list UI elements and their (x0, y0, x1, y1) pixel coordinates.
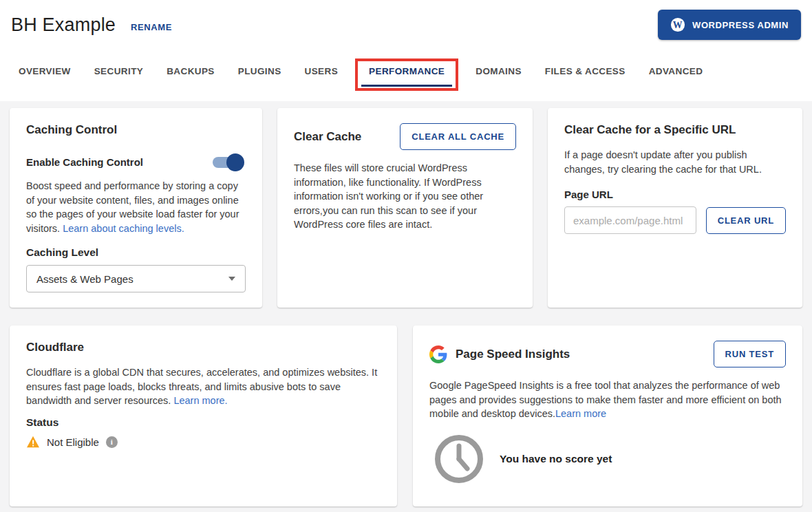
wordpress-admin-button[interactable]: W WORDPRESS ADMIN (658, 10, 801, 40)
toggle-knob (226, 153, 244, 171)
tab-performance[interactable]: PERFORMANCE (361, 66, 452, 87)
svg-text:W: W (673, 20, 683, 30)
caching-control-title: Caching Control (26, 123, 246, 137)
caching-control-card: Caching Control Enable Caching Control B… (10, 108, 262, 308)
rename-button[interactable]: RENAME (131, 22, 172, 32)
page-speed-card: Page Speed Insights RUN TEST Google Page… (413, 326, 802, 506)
wordpress-admin-label: WORDPRESS ADMIN (692, 20, 789, 30)
main-content: Caching Control Enable Caching Control B… (0, 101, 812, 512)
no-score-text: You have no score yet (500, 453, 612, 465)
cloudflare-learn-more-link[interactable]: Learn more. (173, 395, 227, 406)
clock-icon (434, 434, 484, 484)
header: BH Example RENAME W WORDPRESS ADMIN OVER… (0, 0, 812, 101)
tab-bar: OVERVIEW SECURITY BACKUPS PLUGINS USERS … (10, 66, 801, 86)
wordpress-icon: W (670, 17, 685, 32)
caching-toggle[interactable] (213, 157, 242, 168)
chevron-down-icon (228, 277, 235, 281)
caching-level-label: Caching Level (26, 246, 246, 259)
page-url-label: Page URL (564, 189, 786, 200)
clear-cache-card: Clear Cache CLEAR ALL CACHE These files … (277, 108, 533, 308)
caching-levels-link[interactable]: Learn about caching levels. (63, 223, 184, 234)
cloudflare-card: Cloudflare Cloudflare is a global CDN th… (10, 326, 397, 506)
tab-plugins[interactable]: PLUGINS (238, 66, 281, 86)
page-speed-learn-more-link[interactable]: Learn more (555, 408, 606, 419)
google-icon (429, 345, 447, 363)
enable-caching-label: Enable Caching Control (26, 156, 143, 168)
tab-domains[interactable]: DOMAINS (476, 66, 522, 86)
status-label: Status (26, 416, 381, 429)
tab-performance-label: PERFORMANCE (369, 66, 445, 76)
tab-overview[interactable]: OVERVIEW (19, 66, 71, 86)
clear-cache-title: Clear Cache (294, 130, 361, 144)
tab-advanced[interactable]: ADVANCED (649, 66, 703, 86)
warning-icon (26, 436, 40, 448)
caching-level-select[interactable]: Assets & Web Pages (26, 265, 246, 292)
clear-url-description: If a page doesn't update after you publi… (564, 148, 786, 176)
clear-all-cache-button[interactable]: CLEAR ALL CACHE (400, 123, 516, 150)
tab-backups[interactable]: BACKUPS (167, 66, 215, 86)
page-url-input[interactable] (564, 206, 696, 234)
page-speed-title: Page Speed Insights (456, 348, 570, 361)
clear-url-title: Clear Cache for a Specific URL (564, 123, 786, 137)
tab-users[interactable]: USERS (305, 66, 339, 86)
clear-url-card: Clear Cache for a Specific URL If a page… (548, 108, 802, 308)
tab-files-access[interactable]: FILES & ACCESS (545, 66, 626, 86)
cloudflare-title: Cloudflare (26, 341, 381, 354)
clear-cache-description: These files will store crucial WordPress… (294, 161, 500, 232)
page-title: BH Example (11, 14, 116, 36)
status-badge: Not Eligible (47, 436, 99, 448)
caching-level-value: Assets & Web Pages (36, 273, 133, 285)
tab-security[interactable]: SECURITY (94, 66, 143, 86)
clear-url-button[interactable]: CLEAR URL (706, 207, 786, 234)
info-icon[interactable]: i (106, 436, 118, 448)
run-test-button[interactable]: RUN TEST (714, 341, 786, 367)
